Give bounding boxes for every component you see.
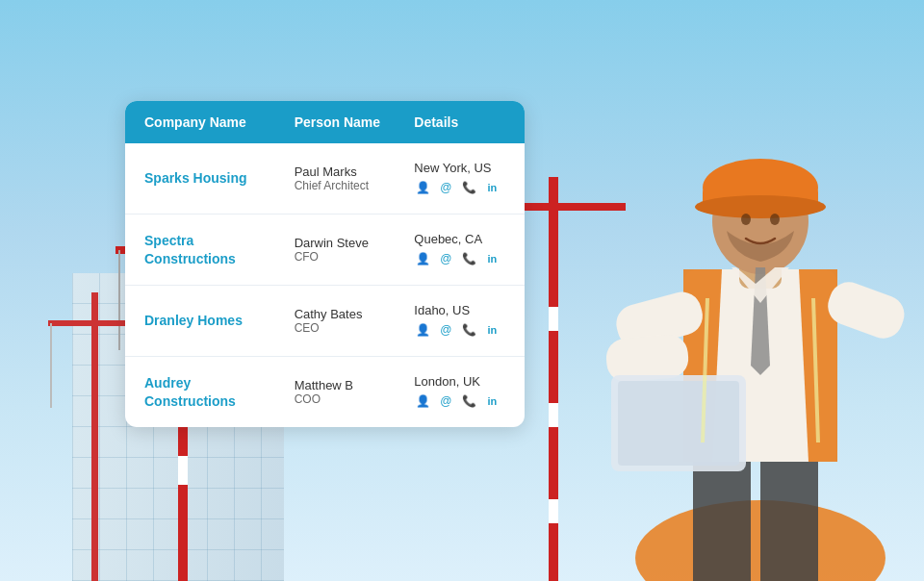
phone-icon[interactable]: 📞 [460, 179, 477, 196]
email-icon[interactable]: @ [437, 321, 454, 339]
company-name-sparks[interactable]: Sparks Housing [125, 152, 285, 204]
worker-figure [462, 0, 924, 581]
crane-left-cable [118, 250, 120, 350]
svg-point-9 [741, 214, 751, 225]
crane-back-mast [91, 292, 98, 581]
phone-icon[interactable]: 📞 [460, 321, 477, 339]
svg-point-8 [695, 195, 826, 218]
email-icon[interactable]: @ [437, 179, 454, 196]
data-table: Company Name Person Name Details Sparks … [125, 101, 525, 427]
details-audrey: London, UK 👤 @ 📞 in [404, 357, 525, 427]
person-audrey: Matthew B COO [285, 361, 405, 423]
table-row: Sparks Housing Paul Marks Chief Architec… [125, 143, 525, 215]
linkedin-icon[interactable]: in [483, 179, 500, 196]
contact-icons-dranley: 👤 @ 📞 in [414, 321, 515, 339]
person-spectra: Darwin Steve CFO [285, 218, 405, 281]
user-icon[interactable]: 👤 [414, 250, 431, 267]
table-header: Company Name Person Name Details [125, 101, 525, 143]
svg-point-10 [770, 214, 780, 225]
linkedin-icon[interactable]: in [483, 250, 500, 267]
user-icon[interactable]: 👤 [414, 392, 431, 410]
email-icon[interactable]: @ [437, 392, 454, 410]
table-row: Spectra Constructions Darwin Steve CFO Q… [125, 215, 525, 286]
user-icon[interactable]: 👤 [414, 321, 431, 339]
person-sparks: Paul Marks Chief Architect [285, 147, 405, 210]
contact-icons-sparks: 👤 @ 📞 in [414, 179, 515, 196]
linkedin-icon[interactable]: in [483, 321, 500, 339]
details-dranley: Idaho, US 👤 @ 📞 in [404, 286, 525, 356]
table-row: Audrey Constructions Matthew B COO Londo… [125, 357, 525, 427]
table-row: Dranley Homes Cathy Bates CEO Idaho, US … [125, 286, 525, 357]
linkedin-icon[interactable]: in [483, 392, 500, 410]
crane-left-white-stripe [178, 456, 188, 485]
crane-back-cable [50, 323, 52, 408]
header-person: Person Name [285, 101, 405, 143]
contact-icons-audrey: 👤 @ 📞 in [414, 392, 515, 410]
person-dranley: Cathy Bates CEO [285, 290, 405, 352]
header-company: Company Name [125, 101, 285, 143]
phone-icon[interactable]: 📞 [460, 392, 477, 410]
contact-icons-spectra: 👤 @ 📞 in [414, 250, 515, 267]
svg-rect-15 [618, 381, 739, 466]
user-icon[interactable]: 👤 [414, 179, 431, 196]
phone-icon[interactable]: 📞 [460, 250, 477, 267]
header-details: Details [404, 101, 525, 143]
company-name-dranley[interactable]: Dranley Homes [125, 294, 285, 346]
company-name-spectra[interactable]: Spectra Constructions [125, 215, 285, 284]
details-spectra: Quebec, CA 👤 @ 📞 in [404, 215, 525, 285]
email-icon[interactable]: @ [437, 250, 454, 267]
company-name-audrey[interactable]: Audrey Constructions [125, 357, 285, 426]
details-sparks: New York, US 👤 @ 📞 in [404, 143, 525, 214]
